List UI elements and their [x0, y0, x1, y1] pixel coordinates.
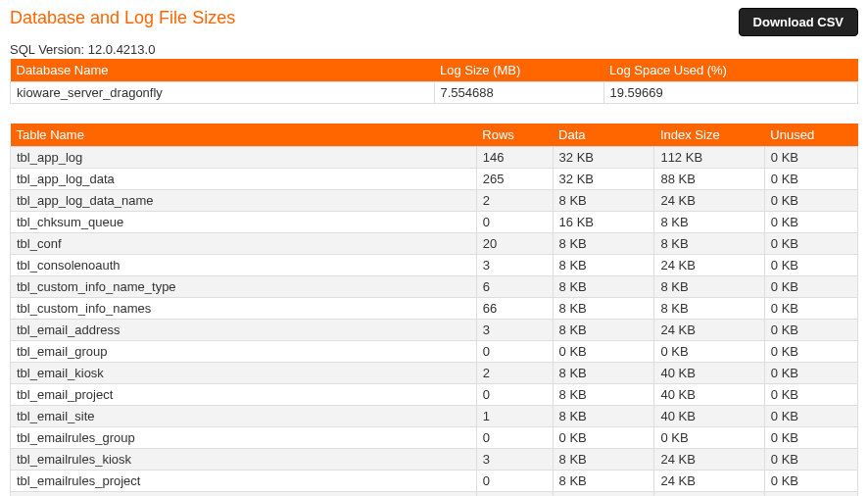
cell: 0 KB	[764, 255, 857, 276]
cell: 40 KB	[654, 406, 764, 427]
cell: 32 KB	[553, 169, 654, 190]
cell: tbl_app_log	[11, 147, 477, 169]
tbl-header-name: Table Name	[11, 124, 477, 147]
table-row: tbl_emailrules_group00 KB0 KB0 KB	[11, 427, 858, 449]
cell: 146	[476, 147, 553, 169]
cell: 8 KB	[553, 320, 654, 341]
table-row: tbl_custom_info_names668 KB8 KB0 KB	[11, 298, 858, 320]
table-row: tbl_emailrules_kiosk38 KB24 KB0 KB	[11, 449, 858, 471]
cell: 8 KB	[553, 384, 654, 406]
cell: 0 KB	[764, 406, 857, 427]
table-row: tbl_emailrules_site18 KB24 KB0 KB	[11, 492, 858, 497]
cell: 0 KB	[764, 492, 857, 497]
cell: tbl_app_log_data_name	[11, 190, 477, 212]
cell: 8 KB	[654, 298, 764, 320]
cell: tbl_app_log_data	[11, 169, 477, 190]
cell: 0	[476, 341, 553, 363]
cell: 265	[476, 169, 553, 190]
tbl-header-index: Index Size	[654, 124, 764, 147]
cell: 0 KB	[764, 341, 857, 363]
cell: 0 KB	[764, 471, 857, 492]
cell: 8 KB	[553, 449, 654, 471]
tbl-header-unused: Unused	[764, 124, 857, 147]
table-row: tbl_email_site18 KB40 KB0 KB	[11, 406, 858, 427]
cell: 8 KB	[553, 492, 654, 497]
tables-table: Table Name Rows Data Index Size Unused t…	[10, 124, 858, 496]
cell: 1	[476, 492, 553, 497]
cell: 24 KB	[654, 190, 764, 212]
cell: 3	[476, 255, 553, 276]
cell: tbl_chksum_queue	[11, 212, 477, 233]
cell: tbl_conf	[11, 233, 477, 255]
cell: 24 KB	[654, 320, 764, 341]
cell: tbl_emailrules_kiosk	[11, 449, 477, 471]
table-row: tbl_consolenoauth38 KB24 KB0 KB	[11, 255, 858, 276]
tbl-header-rows: Rows	[476, 124, 553, 147]
cell: 88 KB	[654, 169, 764, 190]
cell: 8 KB	[553, 363, 654, 384]
cell: 0 KB	[553, 341, 654, 363]
cell: 0	[476, 212, 553, 233]
cell: 0 KB	[764, 298, 857, 320]
page-title: Database and Log File Sizes	[10, 8, 235, 28]
cell: 24 KB	[654, 449, 764, 471]
cell: 20	[476, 233, 553, 255]
cell: 0 KB	[764, 233, 857, 255]
cell: tbl_email_group	[11, 341, 477, 363]
cell: 24 KB	[654, 492, 764, 497]
cell: 8 KB	[654, 212, 764, 233]
cell: 0 KB	[764, 384, 857, 406]
table-row: tbl_emailrules_project08 KB24 KB0 KB	[11, 471, 858, 492]
cell: 32 KB	[553, 147, 654, 169]
cell: tbl_email_kiosk	[11, 363, 477, 384]
cell: 0	[476, 471, 553, 492]
cell: 0 KB	[764, 212, 857, 233]
cell: 0 KB	[764, 449, 857, 471]
cell: 24 KB	[654, 471, 764, 492]
cell: 8 KB	[654, 233, 764, 255]
cell: 8 KB	[553, 190, 654, 212]
sql-version-label: SQL Version: 12.0.4213.0	[10, 42, 858, 57]
cell: 8 KB	[553, 471, 654, 492]
db-header-logspace: Log Space Used (%)	[603, 59, 858, 82]
table-row: tbl_custom_info_name_type68 KB8 KB0 KB	[11, 276, 858, 298]
cell: 0 KB	[764, 320, 857, 341]
table-row: tbl_email_kiosk28 KB40 KB0 KB	[11, 363, 858, 384]
table-row: tbl_email_project08 KB40 KB0 KB	[11, 384, 858, 406]
cell: 0 KB	[764, 427, 857, 449]
database-table: Database Name Log Size (MB) Log Space Us…	[10, 59, 858, 104]
cell: 1	[476, 406, 553, 427]
cell: 8 KB	[553, 276, 654, 298]
cell: tbl_email_site	[11, 406, 477, 427]
cell: 8 KB	[654, 276, 764, 298]
cell: 8 KB	[553, 406, 654, 427]
cell: 112 KB	[654, 147, 764, 169]
cell: tbl_email_address	[11, 320, 477, 341]
cell: 6	[476, 276, 553, 298]
table-row: tbl_app_log_data_name28 KB24 KB0 KB	[11, 190, 858, 212]
cell: 19.59669	[603, 82, 858, 104]
cell: tbl_emailrules_project	[11, 471, 477, 492]
cell: 0	[476, 384, 553, 406]
download-csv-button[interactable]: Download CSV	[739, 8, 858, 36]
cell: 2	[476, 363, 553, 384]
cell: 8 KB	[553, 255, 654, 276]
table-row: tbl_chksum_queue016 KB8 KB0 KB	[11, 212, 858, 233]
table-row: tbl_email_address38 KB24 KB0 KB	[11, 320, 858, 341]
cell: 40 KB	[654, 363, 764, 384]
cell: tbl_custom_info_names	[11, 298, 477, 320]
table-row: kioware_server_dragonfly7.55468819.59669	[11, 82, 858, 104]
cell: 66	[476, 298, 553, 320]
cell: 0 KB	[654, 341, 764, 363]
cell: 8 KB	[553, 233, 654, 255]
cell: 8 KB	[553, 298, 654, 320]
cell: 0 KB	[764, 363, 857, 384]
cell: 3	[476, 320, 553, 341]
cell: 7.554688	[434, 82, 603, 104]
cell: tbl_emailrules_group	[11, 427, 477, 449]
cell: 0 KB	[764, 190, 857, 212]
cell: kioware_server_dragonfly	[11, 82, 435, 104]
cell: 16 KB	[553, 212, 654, 233]
cell: 0 KB	[764, 147, 857, 169]
cell: tbl_email_project	[11, 384, 477, 406]
